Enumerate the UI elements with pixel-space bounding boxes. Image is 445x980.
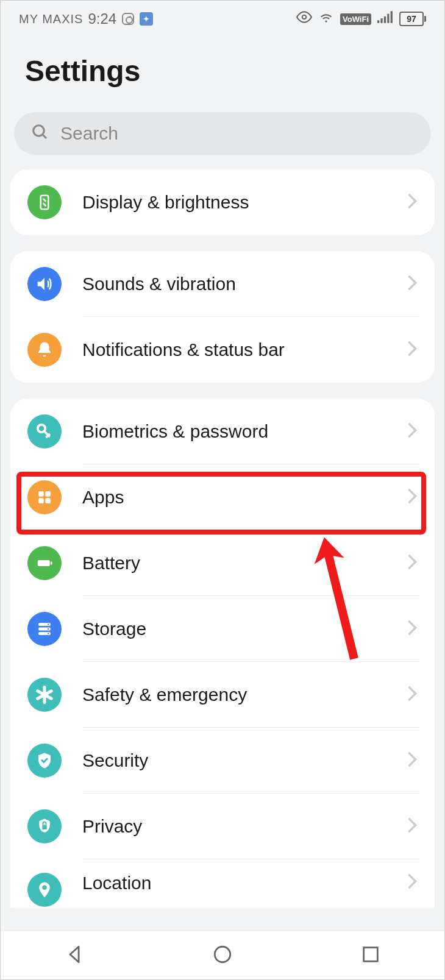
svg-rect-17 — [51, 562, 52, 565]
speaker-icon — [27, 267, 62, 301]
svg-rect-3 — [384, 16, 386, 23]
instagram-notification-icon — [121, 12, 135, 26]
carrier-label: MY MAXIS — [19, 12, 83, 26]
row-safety[interactable]: Safety & emergency — [10, 662, 435, 728]
row-label: Display & brightness — [82, 192, 407, 213]
row-apps[interactable]: Apps — [10, 464, 435, 530]
row-label: Safety & emergency — [82, 684, 407, 705]
svg-line-10 — [43, 203, 46, 206]
chevron-right-icon — [407, 751, 418, 770]
search-icon — [31, 123, 49, 144]
nav-recent-button[interactable] — [360, 944, 381, 967]
svg-point-21 — [48, 623, 49, 625]
svg-point-29 — [215, 946, 230, 962]
row-biometrics[interactable]: Biometrics & password — [10, 399, 435, 464]
row-label: Location — [82, 873, 407, 893]
battery-indicator: 97 — [399, 12, 426, 26]
search-input[interactable]: Search — [14, 112, 431, 155]
svg-rect-30 — [363, 947, 377, 961]
svg-rect-5 — [391, 11, 393, 23]
eye-icon — [296, 9, 312, 29]
row-label: Battery — [82, 553, 407, 573]
search-placeholder: Search — [60, 123, 118, 144]
apps-grid-icon — [27, 480, 62, 514]
svg-point-0 — [302, 15, 307, 20]
shield-icon — [27, 744, 62, 778]
privacy-lock-icon — [27, 809, 62, 843]
svg-rect-2 — [380, 18, 382, 23]
page-title: Settings — [1, 37, 444, 112]
chevron-right-icon — [407, 488, 418, 507]
svg-point-22 — [48, 628, 49, 630]
row-sounds[interactable]: Sounds & vibration — [10, 251, 435, 317]
row-security[interactable]: Security — [10, 728, 435, 794]
settings-group-3: Biometrics & password Apps Battery Stora… — [10, 399, 435, 908]
row-privacy[interactable]: Privacy — [10, 794, 435, 859]
bell-icon — [27, 333, 62, 367]
svg-rect-13 — [45, 491, 51, 497]
svg-rect-8 — [41, 196, 49, 210]
signal-icon — [377, 11, 393, 27]
row-label: Storage — [82, 619, 407, 639]
svg-rect-15 — [45, 498, 51, 503]
row-battery[interactable]: Battery — [10, 530, 435, 596]
storage-icon — [27, 612, 62, 646]
vowifi-badge: VoWiFi — [340, 13, 371, 25]
chevron-right-icon — [407, 274, 418, 294]
svg-rect-24 — [42, 825, 47, 830]
row-notifications[interactable]: Notifications & status bar — [10, 317, 435, 383]
chevron-right-icon — [407, 553, 418, 573]
battery-icon — [27, 546, 62, 580]
row-display[interactable]: Display & brightness — [10, 169, 435, 235]
chevron-right-icon — [407, 340, 418, 360]
row-location[interactable]: Location — [10, 859, 435, 908]
chevron-right-icon — [407, 873, 418, 892]
svg-rect-4 — [387, 14, 389, 23]
status-bar: MY MAXIS 9:24 ✦ VoWiFi 97 — [1, 1, 444, 37]
chevron-right-icon — [407, 193, 418, 212]
nav-back-button[interactable] — [64, 944, 85, 967]
location-pin-icon — [27, 873, 62, 907]
svg-rect-14 — [38, 498, 44, 503]
chevron-right-icon — [407, 619, 418, 639]
settings-group-1: Display & brightness — [10, 169, 435, 235]
time-label: 9:24 — [88, 10, 116, 27]
row-label: Security — [82, 750, 407, 771]
svg-line-7 — [43, 135, 46, 138]
chevron-right-icon — [407, 685, 418, 705]
search-container: Search — [1, 112, 444, 169]
svg-point-25 — [42, 886, 47, 890]
wifi-icon — [318, 9, 334, 29]
navigation-bar — [1, 931, 444, 979]
svg-rect-16 — [38, 560, 50, 566]
display-icon — [27, 185, 62, 219]
row-label: Privacy — [82, 816, 407, 837]
svg-line-9 — [43, 199, 46, 202]
row-label: Biometrics & password — [82, 421, 407, 442]
settings-group-2: Sounds & vibration Notifications & statu… — [10, 251, 435, 383]
status-left: MY MAXIS 9:24 ✦ — [19, 10, 153, 27]
nav-home-button[interactable] — [212, 944, 233, 967]
row-label: Notifications & status bar — [82, 339, 407, 360]
chevron-right-icon — [407, 817, 418, 836]
svg-point-23 — [48, 633, 49, 634]
svg-point-6 — [34, 126, 44, 137]
status-right: VoWiFi 97 — [296, 9, 426, 29]
row-label: Sounds & vibration — [82, 274, 407, 294]
row-label: Apps — [82, 487, 407, 508]
app-notification-icon: ✦ — [140, 12, 153, 26]
chevron-right-icon — [407, 422, 418, 441]
key-icon — [27, 414, 62, 449]
battery-level: 97 — [399, 12, 424, 26]
asterisk-icon — [27, 678, 62, 712]
svg-rect-12 — [38, 491, 44, 497]
svg-rect-1 — [377, 20, 379, 23]
row-storage[interactable]: Storage — [10, 596, 435, 662]
